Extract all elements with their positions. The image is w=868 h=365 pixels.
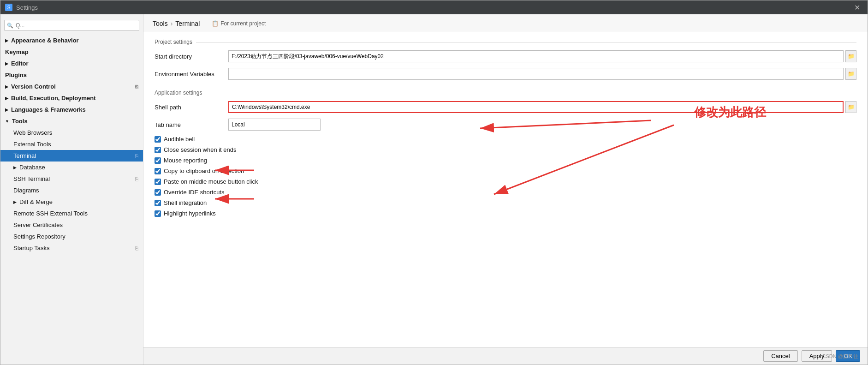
close-session-label: Close session when it ends — [164, 146, 237, 153]
copy-clipboard-checkbox[interactable] — [155, 168, 161, 174]
audible-bell-checkbox[interactable] — [155, 136, 161, 143]
sidebar-item-label: Web Browsers — [13, 129, 52, 136]
audible-bell-row: Audible bell — [155, 136, 856, 143]
mouse-reporting-label: Mouse reporting — [164, 157, 207, 164]
shell-integration-checkbox[interactable] — [155, 200, 161, 206]
sidebar-item-database[interactable]: Database — [0, 162, 143, 173]
copy-icon: ⎘ — [135, 245, 138, 251]
csdn-watermark: CSDN @悲旦往 — [822, 353, 858, 360]
chevron-icon — [5, 38, 8, 43]
sidebar-item-label: Diagrams — [13, 187, 39, 194]
sidebar-item-diagrams[interactable]: Diagrams — [0, 185, 143, 196]
tab-name-input[interactable] — [228, 119, 321, 131]
chevron-icon — [5, 119, 9, 124]
override-ide-row: Override IDE shortcuts — [155, 189, 856, 196]
sidebar-item-web-browsers[interactable]: Web Browsers — [0, 127, 143, 138]
title-bar-title: Settings — [16, 4, 38, 11]
paste-middle-label: Paste on middle mouse button click — [164, 178, 258, 185]
sidebar-item-label: SSH Terminal — [13, 175, 50, 182]
shell-path-input-wrap: 📁 — [228, 101, 856, 113]
close-button[interactable]: ✕ — [851, 2, 863, 13]
sidebar-item-label: Appearance & Behavior — [11, 37, 79, 44]
highlight-hyperlinks-label: Highlight hyperlinks — [164, 210, 216, 217]
sidebar-item-plugins[interactable]: Plugins — [0, 69, 143, 81]
env-variables-label: Environment Variables — [155, 71, 228, 78]
cancel-button[interactable]: Cancel — [763, 350, 797, 362]
shell-path-input[interactable] — [228, 101, 844, 113]
tab-name-input-wrap — [228, 119, 856, 131]
project-settings-section: Project settings — [155, 39, 856, 45]
start-directory-browse-button[interactable]: 📁 — [845, 50, 856, 62]
shell-integration-row: Shell integration — [155, 199, 856, 206]
start-directory-input[interactable] — [228, 50, 844, 62]
start-directory-input-wrap: 📁 — [228, 50, 856, 62]
chevron-icon — [5, 61, 8, 66]
shell-path-row: Shell path 📁 — [155, 101, 856, 114]
search-box[interactable]: 🔍 — [4, 20, 139, 31]
copy-icon: ⎘ — [135, 153, 138, 159]
sidebar-item-settings-repo[interactable]: Settings Repository — [0, 231, 143, 242]
override-ide-label: Override IDE shortcuts — [164, 189, 225, 196]
settings-content: Project settings Start directory 📁 Envir… — [143, 31, 868, 347]
sidebar-item-label: Build, Execution, Deployment — [11, 95, 95, 102]
sidebar-item-ssh-terminal[interactable]: SSH Terminal ⎘ — [0, 173, 143, 185]
title-bar: S Settings ✕ — [0, 0, 868, 14]
sidebar-item-label: Editor — [11, 60, 29, 67]
highlight-hyperlinks-checkbox[interactable] — [155, 210, 161, 217]
sidebar-item-label: Plugins — [5, 72, 27, 78]
main-wrapper: Tools › Terminal 📋 For current project P… — [143, 14, 868, 365]
sidebar-item-editor[interactable]: Editor — [0, 58, 143, 69]
for-project-icon: 📋 — [212, 20, 219, 27]
search-input[interactable] — [4, 20, 139, 31]
chevron-icon — [13, 200, 17, 204]
sidebar-item-appearance[interactable]: Appearance & Behavior — [0, 35, 143, 46]
close-session-row: Close session when it ends — [155, 146, 856, 153]
app-settings-section: Application settings — [155, 90, 856, 96]
env-variables-row: Environment Variables 📁 — [155, 67, 856, 80]
sidebar-item-terminal[interactable]: Terminal ⎘ — [0, 150, 143, 162]
sidebar-item-label: Settings Repository — [13, 233, 65, 240]
chevron-icon — [13, 165, 17, 170]
audible-bell-label: Audible bell — [164, 136, 195, 143]
mouse-reporting-checkbox[interactable] — [155, 157, 161, 164]
sidebar-item-label: Version Control — [11, 83, 56, 90]
chevron-icon — [5, 96, 8, 101]
copy-clipboard-label: Copy to clipboard on selection — [164, 168, 244, 174]
sidebar-item-keymap[interactable]: Keymap — [0, 46, 143, 58]
settings-window: S Settings ✕ 🔍 Appearance & Behavior Key… — [0, 0, 868, 365]
tab-name-row: Tab name — [155, 118, 856, 131]
search-icon: 🔍 — [7, 23, 13, 29]
paste-middle-checkbox[interactable] — [155, 179, 161, 185]
sidebar-item-build[interactable]: Build, Execution, Deployment — [0, 92, 143, 104]
sidebar: 🔍 Appearance & Behavior Keymap Editor Pl… — [0, 14, 143, 365]
sidebar-item-remote-ssh[interactable]: Remote SSH External Tools — [0, 208, 143, 219]
tab-name-label: Tab name — [155, 121, 228, 128]
sidebar-item-startup-tasks[interactable]: Startup Tasks ⎘ — [0, 242, 143, 254]
sidebar-item-server-certs[interactable]: Server Certificates — [0, 219, 143, 231]
main-content: Tools › Terminal 📋 For current project P… — [143, 14, 868, 347]
copy-icon: ⎘ — [135, 176, 138, 182]
for-project-link[interactable]: 📋 For current project — [212, 20, 266, 27]
sidebar-item-label: Startup Tasks — [13, 245, 50, 251]
sidebar-item-diff-merge[interactable]: Diff & Merge — [0, 196, 143, 208]
breadcrumb-parent: Tools — [153, 20, 168, 27]
highlight-hyperlinks-row: Highlight hyperlinks — [155, 210, 856, 217]
copy-clipboard-row: Copy to clipboard on selection — [155, 168, 856, 174]
paste-middle-row: Paste on middle mouse button click — [155, 178, 856, 185]
copy-icon: ⎘ — [135, 84, 138, 90]
close-session-checkbox[interactable] — [155, 147, 161, 153]
sidebar-item-external-tools[interactable]: External Tools — [0, 138, 143, 150]
breadcrumb-separator: › — [171, 20, 173, 27]
shell-path-label: Shell path — [155, 104, 228, 111]
override-ide-checkbox[interactable] — [155, 189, 161, 196]
sidebar-item-version-control[interactable]: Version Control ⎘ — [0, 81, 143, 92]
sidebar-item-label: Server Certificates — [13, 221, 63, 228]
section-label-text: Application settings — [155, 90, 202, 96]
sidebar-item-languages[interactable]: Languages & Frameworks — [0, 104, 143, 115]
sidebar-item-label: Terminal — [13, 152, 36, 159]
sidebar-item-label: Keymap — [5, 48, 29, 55]
shell-path-browse-button[interactable]: 📁 — [845, 101, 856, 113]
env-variables-browse-button[interactable]: 📁 — [845, 68, 856, 80]
env-variables-input[interactable] — [228, 68, 844, 80]
sidebar-item-tools[interactable]: Tools — [0, 115, 143, 127]
